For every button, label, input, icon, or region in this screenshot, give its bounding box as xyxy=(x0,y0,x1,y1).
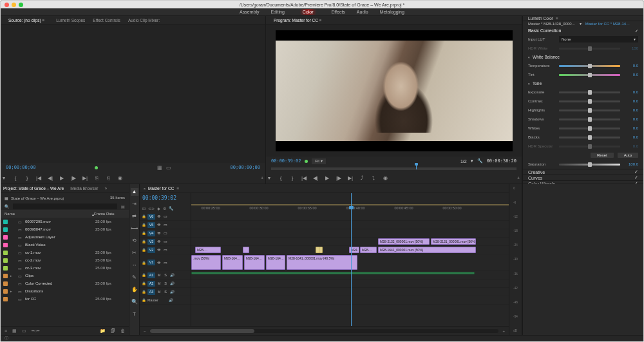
list-item[interactable]: ▭00097295.mov25.00 fps xyxy=(1,218,129,225)
highlights-slider[interactable] xyxy=(559,109,620,111)
list-item[interactable]: ▭00098047.mov25.00 fps xyxy=(1,225,129,233)
project-list-header[interactable]: Name▴ Frame Rate xyxy=(1,210,129,218)
track-select-tool[interactable]: ⇥ xyxy=(131,200,138,208)
workspace-assembly[interactable]: Assembly xyxy=(240,10,259,14)
marker-icon[interactable]: ▾ xyxy=(1,175,7,181)
hand-tool[interactable]: ✋ xyxy=(131,286,138,294)
video-track-header[interactable]: 🔒V2👁▭ xyxy=(140,246,191,254)
close-window-button[interactable] xyxy=(5,3,9,7)
in-icon[interactable]: { xyxy=(12,175,19,181)
settings-icon[interactable]: ⚙ xyxy=(163,206,166,211)
wrench-icon[interactable]: 🔧 xyxy=(477,158,483,164)
program-scrubber[interactable] xyxy=(266,166,522,172)
timeline-clip[interactable]: M28-1641_000001.mov [50%] xyxy=(378,247,476,253)
check-icon[interactable] xyxy=(635,28,638,33)
program-zoom-combo[interactable]: Fit ▾ xyxy=(312,158,325,164)
section-basic-correction[interactable]: Basic Correction xyxy=(523,26,643,35)
add-button-icon[interactable]: + xyxy=(259,175,265,181)
step-fwd-icon[interactable]: |▶ xyxy=(336,175,342,181)
tab-media-browser[interactable]: Media Browser xyxy=(70,186,98,191)
rolling-tool[interactable]: ⟷ xyxy=(131,225,138,233)
export-frame-icon[interactable]: ◉ xyxy=(382,175,388,181)
timeline-clip[interactable] xyxy=(243,247,249,253)
freeform-icon[interactable]: ▭ xyxy=(22,328,26,334)
timeline-ruler[interactable]: 00:00:25:0000:00:30:0000:00:35:0000:00:4… xyxy=(191,193,509,213)
timeline-clip[interactable]: M28-164… xyxy=(222,255,243,270)
out-icon[interactable]: } xyxy=(24,175,30,181)
blacks-slider[interactable] xyxy=(559,137,620,138)
lift-icon[interactable]: ⤴ xyxy=(359,175,365,181)
saturation-slider[interactable] xyxy=(559,164,620,166)
new-item-icon[interactable]: 🗐 xyxy=(111,328,115,333)
goto-in-icon[interactable]: |◀ xyxy=(35,175,42,181)
list-item[interactable]: ▭Color Corrected25.00 fps xyxy=(1,280,129,287)
step-back-icon[interactable]: ◀| xyxy=(47,175,53,181)
workspace-audio[interactable]: Audio xyxy=(357,10,368,14)
workspace-effects[interactable]: Effects xyxy=(332,10,345,14)
overwrite-icon[interactable]: ⎗ xyxy=(105,175,111,181)
selection-tool[interactable]: ▲ xyxy=(131,188,138,196)
zoom-tool[interactable]: 🔍 xyxy=(131,298,138,306)
whites-slider[interactable] xyxy=(559,128,620,129)
tab-timeline[interactable]: Master for CC xyxy=(148,186,174,191)
program-tc[interactable]: 00:00:39:02 xyxy=(271,158,301,164)
linked-icon[interactable]: ⊂⊃ xyxy=(148,206,155,211)
timeline-clip[interactable]: M28-1641_000001.mov [48.5%] xyxy=(287,255,357,270)
sub-white-balance[interactable]: White Balance xyxy=(523,53,643,61)
project-list[interactable]: ▭00097295.mov25.00 fps▭00098047.mov25.00… xyxy=(1,218,129,326)
add-button-icon[interactable]: + xyxy=(515,175,522,181)
workspace-metalogging[interactable]: Metalogging xyxy=(380,10,404,14)
video-track-header[interactable]: 🔒V6👁▭ xyxy=(140,213,191,221)
contrast-slider[interactable] xyxy=(559,100,620,102)
rate-stretch-tool[interactable]: ⟲ xyxy=(131,237,138,245)
audio-track-header[interactable]: 🔒A3MS🔊 xyxy=(140,288,191,296)
list-item[interactable]: ▸▭Distortions xyxy=(1,287,129,295)
timeline-clip[interactable]: M28-2132_000001.mov [50%] xyxy=(378,238,430,245)
out-icon[interactable]: } xyxy=(289,175,296,181)
video-track-header[interactable]: 🔒V4👁▭ xyxy=(140,229,191,238)
section-curves[interactable]: Curves✓ xyxy=(523,175,643,181)
program-viewer[interactable] xyxy=(276,30,513,151)
goto-out-icon[interactable]: ▶| xyxy=(347,175,354,181)
source-view-icon[interactable]: ▦ xyxy=(157,165,162,171)
ripple-tool[interactable]: ⇄ xyxy=(131,213,138,220)
tab-effect-controls[interactable]: Effect Controls xyxy=(93,18,120,23)
tab-audio-clip-mixer[interactable]: Audio Clip Mixer: xyxy=(128,18,160,23)
video-track-header[interactable]: 🔒V5👁▭ xyxy=(140,221,191,229)
timeline-clip[interactable]: M28-164… xyxy=(244,255,265,270)
list-item[interactable]: ▭cc-1.mov25.00 fps xyxy=(1,249,129,256)
zoom-window-button[interactable] xyxy=(19,3,23,7)
lumetri-master-clip[interactable]: Master * M28-1438_0000… xyxy=(528,22,576,26)
auto-button[interactable]: Auto xyxy=(618,153,638,158)
list-item[interactable]: ▭Black Video xyxy=(1,241,129,249)
timeline-clip[interactable]: M28-… xyxy=(360,247,377,253)
play-icon[interactable]: ▶ xyxy=(324,175,330,181)
source-tc-out[interactable]: 00;00;00;00 xyxy=(231,165,260,170)
list-item[interactable]: ▭Adjustment Layer xyxy=(1,233,129,241)
reset-button[interactable]: Reset xyxy=(591,153,614,158)
temperature-slider[interactable] xyxy=(559,65,620,67)
goto-out-icon[interactable]: ▶| xyxy=(82,175,88,181)
exposure-slider[interactable] xyxy=(559,91,620,93)
workspace-editing[interactable]: Editing xyxy=(270,10,284,14)
slip-tool[interactable]: ↔ xyxy=(131,261,138,269)
list-item[interactable]: ▭for CC25.00 fps xyxy=(1,295,129,303)
timeline-clip[interactable]: .mov [50%] xyxy=(191,255,221,270)
list-view-icon[interactable]: ≡ xyxy=(5,328,7,333)
timeline-clip[interactable] xyxy=(319,247,323,253)
export-frame-icon[interactable]: ◉ xyxy=(117,175,123,181)
sub-tone[interactable]: Tone xyxy=(523,79,643,88)
section-creative[interactable]: Creative✓ xyxy=(523,169,643,175)
audio-track-header[interactable]: 🔒A1MS🔊 xyxy=(140,271,191,280)
pen-tool[interactable]: ✎ xyxy=(131,274,138,281)
workspace-color[interactable]: Color xyxy=(296,9,320,15)
info-icon[interactable]: ⓘ xyxy=(5,336,8,341)
tab-source[interactable]: Source: (no clips) xyxy=(5,17,48,24)
timeline-clip[interactable]: M28-164… xyxy=(266,255,285,270)
marker-icon[interactable]: ◆ xyxy=(157,206,160,211)
audio-track-header[interactable]: 🔒A2MS🔊 xyxy=(140,280,191,288)
play-icon[interactable]: ▶ xyxy=(59,175,65,181)
icon-view-icon[interactable]: ▦ xyxy=(12,328,17,334)
minimize-window-button[interactable] xyxy=(12,3,16,7)
type-tool[interactable]: T xyxy=(131,310,138,318)
